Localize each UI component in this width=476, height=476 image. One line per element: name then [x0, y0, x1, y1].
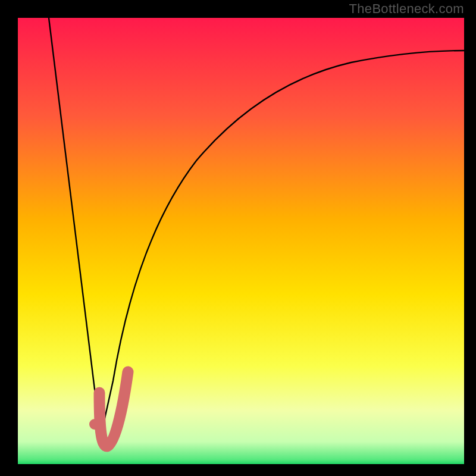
- bottleneck-curve-right: [101, 51, 464, 437]
- chart-frame: TheBottleneck.com: [0, 0, 476, 476]
- curve-layer: [18, 18, 464, 464]
- plot-area: [18, 18, 464, 464]
- bottleneck-curve-left: [49, 18, 101, 437]
- watermark-text: TheBottleneck.com: [349, 1, 464, 17]
- marker-j-stroke: [99, 372, 128, 446]
